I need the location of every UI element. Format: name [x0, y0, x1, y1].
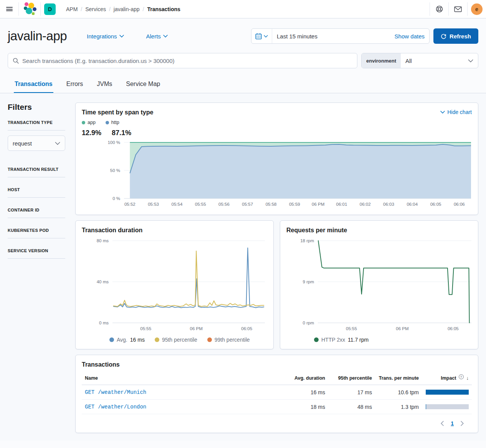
transaction-link-munich[interactable]: GET/weather/Munich: [85, 389, 146, 395]
legend-item-avg[interactable]: Avg. 16 ms: [109, 337, 145, 343]
breadcrumb: APM / Services / javalin-app / Transacti…: [59, 0, 180, 18]
svg-text:05:54: 05:54: [172, 202, 183, 207]
elastic-logo[interactable]: [19, 0, 40, 18]
span-type-card: Time spent by span type Hide chart app h…: [75, 102, 478, 215]
p99-legend-dot: [207, 337, 212, 342]
transaction-type-select[interactable]: request: [8, 136, 65, 151]
help-button[interactable]: [430, 0, 448, 18]
divider: [8, 130, 65, 131]
avg-duration-cell: 18 ms: [278, 404, 325, 410]
span-chart-legend: app http: [82, 120, 472, 125]
svg-text:06 PM: 06 PM: [396, 326, 408, 331]
hide-chart-button[interactable]: Hide chart: [440, 109, 472, 115]
filter-label-host[interactable]: HOST: [8, 187, 65, 192]
search-input[interactable]: [22, 58, 352, 64]
svg-text:06:01: 06:01: [336, 202, 347, 207]
svg-text:80 ms: 80 ms: [97, 238, 109, 243]
newsfeed-button[interactable]: [449, 0, 467, 18]
transaction-link-london[interactable]: GET/weather/London: [85, 404, 146, 410]
transactions-table-title: Transactions: [82, 361, 472, 368]
svg-text:06 PM: 06 PM: [312, 202, 324, 207]
avg-legend-dot: [109, 337, 114, 342]
impact-bar-track: [426, 404, 469, 409]
legend-item-99th[interactable]: 99th percentile: [207, 337, 250, 343]
span-type-chart[interactable]: 0 %50 %100 %05:5205:5305:5405:5505:5605:…: [82, 139, 472, 208]
column-header-impact[interactable]: Impact ? ↓: [419, 375, 469, 381]
refresh-icon: [441, 33, 446, 39]
environment-value: All: [401, 53, 468, 68]
svg-text:06:04: 06:04: [407, 202, 418, 207]
http-method: GET: [85, 389, 94, 395]
transaction-path: /weather/London: [98, 404, 146, 410]
tab-errors[interactable]: Errors: [66, 77, 84, 93]
alerts-label: Alerts: [146, 33, 161, 40]
column-header-95th-percentile[interactable]: 95th percentile: [325, 375, 372, 381]
pagination: 1: [82, 420, 472, 427]
menu-hamburger-icon[interactable]: [0, 0, 18, 18]
rpm-chart-title: Requests per minute: [286, 227, 472, 234]
chevron-down-icon: [55, 142, 60, 145]
integrations-menu[interactable]: Integrations: [87, 33, 124, 40]
svg-text:06:05: 06:05: [241, 326, 252, 331]
svg-text:05:55: 05:55: [346, 326, 357, 331]
environment-select[interactable]: environment All: [361, 53, 478, 68]
app-legend-label: app: [88, 120, 96, 125]
divider: [8, 258, 65, 259]
impact-help-icon[interactable]: ?: [459, 374, 464, 379]
svg-text:9 rpm: 9 rpm: [303, 279, 314, 284]
next-page-icon[interactable]: [461, 421, 464, 426]
refresh-button[interactable]: Refresh: [433, 28, 478, 44]
legend-item-app[interactable]: app: [82, 120, 96, 125]
sort-descending-icon: ↓: [466, 375, 469, 381]
page-number-1[interactable]: 1: [451, 420, 454, 427]
svg-text:0 rpm: 0 rpm: [303, 321, 314, 325]
impact-bar: [426, 390, 469, 395]
p95-legend-label: 95th percentile: [162, 337, 197, 343]
filter-label-container-id[interactable]: CONTAINER ID: [8, 208, 65, 212]
breadcrumb-apm[interactable]: APM: [66, 6, 78, 12]
main-content: Time spent by span type Hide chart app h…: [75, 102, 478, 433]
svg-text:05:55: 05:55: [195, 202, 206, 207]
filter-label-kubernetes-pod[interactable]: KUBERNETES POD: [8, 228, 65, 233]
show-dates-button[interactable]: Show dates: [390, 29, 429, 43]
p95-legend-dot: [155, 337, 159, 342]
http-method: GET: [85, 404, 94, 410]
http2xx-legend-label: HTTP 2xx: [321, 337, 345, 343]
previous-page-icon[interactable]: [440, 421, 444, 426]
transaction-name-cell: GET/weather/Munich: [85, 389, 278, 395]
deployment-switcher[interactable]: D: [41, 0, 59, 18]
span-chart-title: Time spent by span type: [82, 109, 153, 116]
breadcrumb-services[interactable]: Services: [85, 6, 106, 12]
tab-transactions[interactable]: Transactions: [14, 77, 53, 93]
duration-chart-legend: Avg. 16 ms 95th percentile 99th percenti…: [82, 337, 267, 343]
alerts-menu[interactable]: Alerts: [146, 33, 168, 40]
column-header-name[interactable]: Name: [85, 375, 278, 381]
chevron-down-icon: [468, 59, 473, 63]
svg-text:06 PM: 06 PM: [190, 326, 203, 331]
divider: [8, 197, 65, 198]
requests-per-minute-card: Requests per minute 0 rpm9 rpm18 rpm05:5…: [280, 220, 478, 349]
requests-per-minute-chart[interactable]: 0 rpm9 rpm18 rpm05:5506 PM06:05: [286, 238, 473, 333]
tab-jvms[interactable]: JVMs: [96, 77, 113, 93]
tab-service-map[interactable]: Service Map: [125, 77, 161, 93]
search-box: [8, 53, 357, 68]
impact-header-label: Impact: [441, 375, 456, 381]
legend-item-http2xx[interactable]: HTTP 2xx 11.7 rpm: [314, 337, 369, 343]
transaction-duration-chart[interactable]: 0 ms40 ms80 ms05:5506 PM06:05: [82, 238, 267, 333]
breadcrumb-transactions: Transactions: [147, 6, 180, 12]
filter-label-service-version[interactable]: SERVICE VERSION: [8, 248, 65, 253]
column-header-tpm[interactable]: Trans. per minute: [372, 375, 419, 381]
filter-label-transaction-result[interactable]: TRANSACTION RESULT: [8, 167, 65, 172]
time-range-value[interactable]: Last 15 minutes: [272, 29, 390, 43]
date-quick-select-button[interactable]: [251, 29, 272, 43]
column-header-avg-duration[interactable]: Avg. duration: [278, 375, 325, 381]
elastic-logo-icon: [22, 2, 37, 16]
svg-text:06:02: 06:02: [360, 202, 371, 207]
user-menu[interactable]: e: [468, 0, 486, 18]
table-header-row: Name Avg. duration 95th percentile Trans…: [82, 373, 472, 385]
impact-cell: [419, 404, 469, 409]
legend-item-95th[interactable]: 95th percentile: [155, 337, 197, 343]
legend-item-http[interactable]: http: [106, 120, 119, 125]
refresh-label: Refresh: [450, 33, 471, 40]
breadcrumb-service-name[interactable]: javalin-app: [114, 6, 140, 12]
